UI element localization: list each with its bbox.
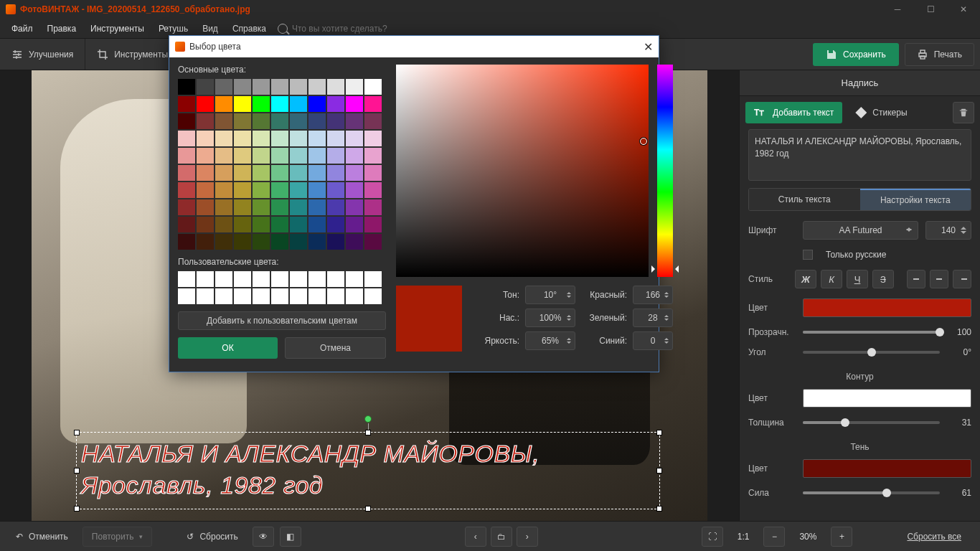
color-swatch[interactable] bbox=[290, 234, 307, 250]
color-swatch[interactable] bbox=[234, 217, 251, 232]
color-swatch[interactable] bbox=[215, 234, 232, 250]
color-swatch[interactable] bbox=[290, 96, 307, 112]
next-image[interactable]: › bbox=[517, 527, 538, 547]
outline-color-box[interactable] bbox=[803, 389, 971, 408]
add-text-button[interactable]: Tᴛ Добавить текст bbox=[745, 102, 842, 123]
color-swatch[interactable] bbox=[271, 113, 288, 129]
color-swatch[interactable] bbox=[253, 199, 270, 215]
color-swatch[interactable] bbox=[364, 113, 382, 129]
custom-color-slot[interactable] bbox=[308, 271, 326, 287]
color-swatch[interactable] bbox=[364, 234, 382, 250]
custom-color-slot[interactable] bbox=[364, 271, 382, 287]
color-swatch[interactable] bbox=[271, 234, 288, 250]
color-swatch[interactable] bbox=[290, 148, 307, 164]
window-maximize[interactable]: ☐ bbox=[914, 0, 947, 19]
color-swatch[interactable] bbox=[364, 131, 382, 146]
color-swatch[interactable] bbox=[271, 165, 288, 181]
preview-toggle[interactable]: 👁 bbox=[253, 527, 274, 547]
custom-color-slot[interactable] bbox=[253, 288, 270, 304]
color-swatch[interactable] bbox=[327, 96, 344, 112]
color-swatch[interactable] bbox=[290, 165, 307, 181]
color-swatch[interactable] bbox=[327, 217, 344, 232]
color-swatch[interactable] bbox=[364, 217, 382, 232]
color-swatch[interactable] bbox=[308, 79, 326, 95]
color-swatch[interactable] bbox=[290, 182, 307, 198]
custom-color-slot[interactable] bbox=[364, 288, 382, 304]
color-swatch[interactable] bbox=[346, 96, 363, 112]
color-swatch[interactable] bbox=[234, 131, 251, 146]
menu-retouch[interactable]: Ретушь bbox=[151, 21, 195, 37]
caption-text[interactable]: НАТАЛЬЯ И АЛЕКСАНДР МАЙОРОВЫ,Ярославль, … bbox=[77, 433, 659, 501]
color-swatch[interactable] bbox=[178, 148, 195, 164]
color-swatch[interactable] bbox=[346, 234, 363, 250]
resize-handle[interactable] bbox=[656, 430, 662, 435]
color-swatch[interactable] bbox=[234, 165, 251, 181]
color-swatch[interactable] bbox=[253, 113, 270, 129]
search-input[interactable] bbox=[292, 24, 450, 34]
window-close[interactable]: ✕ bbox=[947, 0, 980, 19]
color-swatch[interactable] bbox=[346, 165, 363, 181]
color-swatch[interactable] bbox=[346, 113, 363, 129]
shadow-color-box[interactable] bbox=[803, 459, 971, 478]
font-select[interactable]: AA Futured bbox=[803, 221, 918, 240]
color-swatch[interactable] bbox=[178, 234, 195, 250]
russian-only-checkbox[interactable] bbox=[803, 250, 813, 260]
menu-file[interactable]: Файл bbox=[4, 21, 40, 37]
tab-text-settings[interactable]: Настройки текста bbox=[860, 189, 971, 210]
color-swatch[interactable] bbox=[253, 96, 270, 112]
color-swatch[interactable] bbox=[215, 217, 232, 232]
resize-handle[interactable] bbox=[74, 506, 80, 512]
color-swatch[interactable] bbox=[215, 182, 232, 198]
open-folder[interactable]: 🗀 bbox=[491, 527, 512, 547]
strength-slider[interactable] bbox=[803, 491, 940, 494]
color-swatch[interactable] bbox=[346, 79, 363, 95]
color-swatch[interactable] bbox=[178, 113, 195, 129]
custom-color-slot[interactable] bbox=[215, 288, 232, 304]
fill-color-box[interactable] bbox=[803, 298, 971, 317]
ok-button[interactable]: ОК bbox=[178, 337, 278, 359]
color-swatch[interactable] bbox=[215, 96, 232, 112]
color-swatch[interactable] bbox=[234, 96, 251, 112]
zoom-100[interactable]: 1:1 bbox=[729, 527, 758, 547]
color-swatch[interactable] bbox=[178, 165, 195, 181]
bold-button[interactable]: Ж bbox=[795, 270, 816, 288]
color-swatch[interactable] bbox=[178, 182, 195, 198]
color-swatch[interactable] bbox=[290, 217, 307, 232]
color-swatch[interactable] bbox=[364, 148, 382, 164]
color-swatch[interactable] bbox=[308, 199, 326, 215]
color-swatch[interactable] bbox=[271, 199, 288, 215]
color-swatch[interactable] bbox=[308, 96, 326, 112]
custom-color-slot[interactable] bbox=[178, 288, 195, 304]
color-swatch[interactable] bbox=[346, 148, 363, 164]
color-swatch[interactable] bbox=[215, 148, 232, 164]
menu-help[interactable]: Справка bbox=[225, 21, 273, 37]
font-size-input[interactable]: 140 bbox=[925, 221, 971, 240]
resize-handle[interactable] bbox=[74, 468, 80, 474]
saturation-value-picker[interactable] bbox=[396, 65, 649, 277]
custom-color-slot[interactable] bbox=[253, 271, 270, 287]
color-swatch[interactable] bbox=[327, 79, 344, 95]
custom-color-slot[interactable] bbox=[271, 271, 288, 287]
color-swatch[interactable] bbox=[234, 182, 251, 198]
color-swatch[interactable] bbox=[197, 131, 214, 146]
stickers-button[interactable]: Стикеры bbox=[848, 102, 914, 123]
color-swatch[interactable] bbox=[327, 113, 344, 129]
color-swatch[interactable] bbox=[308, 234, 326, 250]
delete-button[interactable] bbox=[953, 102, 974, 123]
menu-edit[interactable]: Правка bbox=[40, 21, 84, 37]
color-swatch[interactable] bbox=[364, 79, 382, 95]
zoom-out[interactable]: − bbox=[763, 527, 785, 547]
color-swatch[interactable] bbox=[178, 79, 195, 95]
custom-color-slot[interactable] bbox=[178, 271, 195, 287]
color-swatch[interactable] bbox=[327, 199, 344, 215]
zoom-in[interactable]: + bbox=[831, 527, 852, 547]
strike-button[interactable]: З bbox=[872, 270, 894, 288]
resize-handle[interactable] bbox=[656, 468, 662, 474]
green-input[interactable]: 28 bbox=[633, 309, 673, 327]
color-swatch[interactable] bbox=[271, 217, 288, 232]
custom-color-slot[interactable] bbox=[197, 271, 214, 287]
text-input[interactable]: НАТАЛЬЯ И АЛЕКСАНДР МАЙОРОВЫ, Ярославль,… bbox=[748, 129, 971, 181]
resize-handle[interactable] bbox=[365, 430, 371, 435]
custom-color-slot[interactable] bbox=[290, 288, 307, 304]
sat-input[interactable]: 100% bbox=[525, 309, 575, 327]
